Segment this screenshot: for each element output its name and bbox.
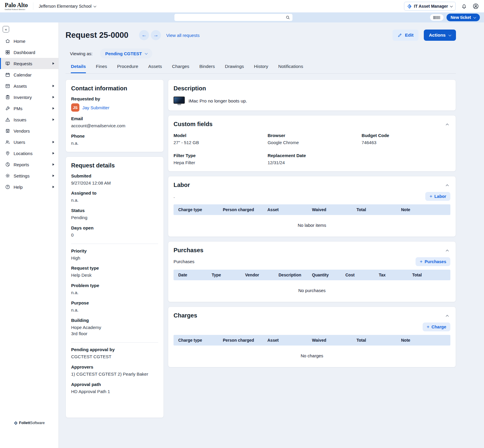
field-label: Approvers xyxy=(71,364,158,369)
district-subtitle: Unified School District xyxy=(5,9,28,11)
email-label: Email xyxy=(71,116,158,121)
chevron-down-icon xyxy=(473,16,476,19)
card-title: Labor xyxy=(174,182,190,188)
sidebar-item-help[interactable]: Help xyxy=(0,181,58,193)
pencil-icon xyxy=(398,33,402,38)
field-value: Help Desk xyxy=(71,272,158,278)
charges-empty-state: No charges xyxy=(174,346,450,362)
divider xyxy=(71,244,158,244)
sidebar-item-users[interactable]: Users xyxy=(0,136,58,148)
actions-button[interactable]: Actions xyxy=(424,30,456,41)
sidebar-item-assets[interactable]: Assets xyxy=(0,80,58,92)
tab-notifications[interactable]: Notifications xyxy=(278,64,303,73)
card-title: Description xyxy=(174,85,450,92)
sidebar-item-label: Help xyxy=(14,185,23,190)
expand-arrow-icon xyxy=(53,107,54,110)
next-request-button[interactable]: → xyxy=(151,30,161,40)
column-header: Date xyxy=(178,273,212,277)
sidebar-item-label: Assets xyxy=(14,84,27,89)
custom-field: Model27" - 512 GB xyxy=(174,133,262,146)
add-labor-button[interactable]: +Labor xyxy=(425,192,450,201)
storefront-icon xyxy=(5,128,10,133)
add-charge-button[interactable]: +Charge xyxy=(423,322,450,331)
tab-binders[interactable]: Binders xyxy=(199,64,215,73)
sidebar-item-home[interactable]: Home xyxy=(0,35,58,47)
sidebar-item-label: PMs xyxy=(14,106,22,111)
collapse-section-button[interactable] xyxy=(444,247,450,253)
column-header: Asset xyxy=(267,207,312,212)
tab-charges[interactable]: Charges xyxy=(172,64,189,73)
sidebar-item-label: Reports xyxy=(14,162,29,167)
view-all-requests-link[interactable]: View all requests xyxy=(166,33,200,38)
add-labor-label: Labor xyxy=(434,194,446,199)
card-title: Purchases xyxy=(174,247,203,254)
phone-value: n.a. xyxy=(71,140,158,146)
notifications-button[interactable] xyxy=(460,3,467,10)
sidebar-item-pms[interactable]: PMs xyxy=(0,103,58,114)
collapse-section-button[interactable] xyxy=(444,121,450,128)
users-icon xyxy=(5,139,10,145)
attachment-thumbnail[interactable] xyxy=(174,97,185,105)
collapse-section-button[interactable] xyxy=(444,182,450,188)
action-bar: New ticket xyxy=(0,12,484,22)
search-input[interactable] xyxy=(174,14,292,21)
sidebar-item-label: Users xyxy=(14,140,25,145)
collapse-section-button[interactable] xyxy=(444,312,450,319)
column-header: Total xyxy=(412,273,446,277)
field-label: Problem type xyxy=(71,283,158,288)
avatar: JS xyxy=(71,103,79,112)
edit-button[interactable]: Edit xyxy=(393,30,418,41)
follett-brand2: Software xyxy=(30,421,45,425)
sidebar-collapse-button[interactable]: « xyxy=(3,26,9,32)
email-link[interactable]: account@emailservice.com xyxy=(71,123,125,128)
column-header: Description xyxy=(279,273,312,277)
tab-fines[interactable]: Fines xyxy=(96,64,107,73)
field-value: n.a. xyxy=(71,289,158,296)
column-header: Waived xyxy=(312,207,357,212)
phone-label: Phone xyxy=(71,133,158,139)
tab-procedure[interactable]: Procedure xyxy=(117,64,138,73)
previous-request-button[interactable]: ← xyxy=(139,30,149,40)
column-header: Vendor xyxy=(245,273,279,277)
description-card: Description iMac Pro no longer boots up. xyxy=(168,79,456,111)
requested-by-label: Requested by xyxy=(71,96,158,101)
tab-history[interactable]: History xyxy=(254,64,268,73)
sidebar-item-vendors[interactable]: Vendors xyxy=(0,125,58,136)
field-value: 0 xyxy=(71,232,158,238)
tab-details[interactable]: Details xyxy=(71,64,86,73)
school-selector[interactable]: Jefferson Elementary School xyxy=(33,2,96,10)
sidebar-item-settings[interactable]: Settings xyxy=(0,170,58,181)
expand-arrow-icon xyxy=(53,152,54,154)
sidebar-item-locations[interactable]: Locations xyxy=(0,148,58,159)
purchases-table-header: Date Type Vendor Description Quantity Co… xyxy=(174,270,450,280)
sidebar: « Home Dashboard Requests Calendar Ass xyxy=(0,22,59,448)
sidebar-item-calendar[interactable]: Calendar xyxy=(0,69,58,80)
sidebar-item-dashboard[interactable]: Dashboard xyxy=(0,47,58,58)
plus-icon: + xyxy=(429,194,432,199)
barcode-scan-button[interactable] xyxy=(430,14,444,21)
sidebar-item-inventory[interactable]: Inventory xyxy=(0,92,58,103)
sidebar-item-label: Home xyxy=(14,39,25,44)
sidebar-item-issues[interactable]: Issues xyxy=(0,114,58,125)
field-value: Hepa Filter xyxy=(174,159,262,166)
tab-drawings[interactable]: Drawings xyxy=(225,64,244,73)
viewing-as-selector[interactable]: Pending CGTEST xyxy=(100,48,152,58)
sidebar-item-label: Inventory xyxy=(14,95,32,100)
sidebar-item-requests[interactable]: Requests xyxy=(0,58,58,69)
account-button[interactable] xyxy=(472,3,479,10)
add-purchase-button[interactable]: +Purchases xyxy=(416,257,450,266)
building-line2: 3rd floor xyxy=(71,330,158,337)
column-header: Note xyxy=(401,207,446,212)
tab-assets[interactable]: Assets xyxy=(148,64,162,73)
expand-arrow-icon xyxy=(53,85,54,87)
chevron-down-icon xyxy=(145,52,148,55)
sidebar-item-reports[interactable]: Reports xyxy=(0,159,58,170)
card-title: Request details xyxy=(71,162,158,169)
sidebar-item-label: Issues xyxy=(14,117,26,122)
column-header: Total xyxy=(357,338,401,343)
requested-by-link[interactable]: Jay Submitter xyxy=(82,105,109,110)
contact-information-card: Contact information Requested by JS Jay … xyxy=(66,79,164,152)
app-selector[interactable]: IT Asset Manager xyxy=(404,2,456,11)
new-ticket-button[interactable]: New ticket xyxy=(447,14,480,21)
page-title: Request 25-0000 xyxy=(66,31,128,40)
